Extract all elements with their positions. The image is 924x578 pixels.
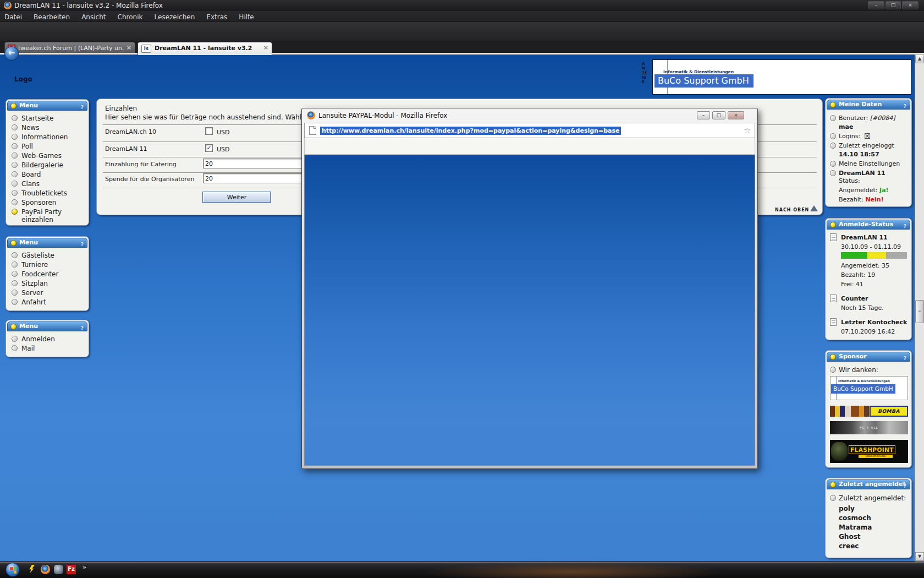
panel-header: Anmelde-Status ? [827, 220, 910, 230]
user-link[interactable]: cosmoch [839, 514, 871, 522]
soldier-image [831, 442, 848, 461]
meine-einstellungen-link[interactable]: Meine Einstellungen [839, 160, 900, 167]
menu-hilfe[interactable]: Hilfe [234, 12, 258, 21]
banner-line2: BuCo Support GmbH [831, 384, 895, 394]
status-label: Status: [839, 177, 860, 184]
sponsor-banner-pc4all[interactable]: PC 4 ALL [830, 421, 908, 434]
menu-ball-icon [10, 103, 16, 109]
event-label[interactable]: DreamLAN 11 [839, 170, 886, 177]
panel-title: Anmelde-Status [839, 221, 893, 228]
sponsor-banner-buco[interactable]: Informatik & Dienstleistungen BuCo Suppo… [830, 376, 908, 400]
menu-datei[interactable]: Datei [0, 12, 26, 21]
tab-close-icon[interactable]: × [263, 44, 268, 51]
sidebar-item-paypal[interactable]: PayPal Party einzahlen [6, 208, 89, 223]
benutzer-label[interactable]: Benutzer: [#0084] [839, 114, 895, 122]
help-icon[interactable]: ? [904, 102, 906, 111]
menu-ball-icon [10, 324, 16, 330]
tab-dreamlan[interactable]: ls DreamLAN 11 - lansuite v3.2 × [138, 42, 272, 55]
form-title: Einzahlen [105, 105, 137, 112]
tab-close-icon[interactable]: × [127, 44, 131, 51]
window-title: DreamLAN 11 - lansuite v3.2 - Mozilla Fi… [14, 2, 163, 9]
browser-title-bar[interactable]: DreamLAN 11 - lansuite v3.2 - Mozilla Fi… [0, 0, 924, 11]
benutzer-name[interactable]: mae [839, 123, 853, 130]
banner-text: FLASHPOINT [849, 445, 895, 454]
popup-location-bar[interactable]: http://www.dreamlan.ch/lansuite/index.ph… [304, 123, 755, 138]
menu-lesezeichen[interactable]: Lesezeichen [150, 12, 200, 21]
bullet-icon [830, 143, 836, 149]
zuletzt-eingeloggt-label[interactable]: Zuletzt eingeloggt [839, 142, 894, 149]
frei-count: Frei: 41 [841, 281, 864, 288]
popup-close-button[interactable]: × [728, 111, 744, 119]
close-button[interactable]: × [902, 1, 919, 9]
signup-progress-bar [841, 252, 907, 259]
list-icon [830, 233, 837, 241]
sponsor-banner-bomba[interactable]: BOMBA [830, 406, 908, 417]
progress-paid-segment [841, 252, 867, 259]
filezilla-quicklaunch-icon[interactable]: Fz [67, 565, 76, 574]
quicklaunch-overflow-chevron[interactable]: » [82, 564, 86, 571]
scrollbar-thumb[interactable]: ≡ [915, 300, 924, 323]
user-link[interactable]: poly [839, 505, 855, 512]
popup-maximize-button[interactable]: □ [712, 111, 725, 119]
scroll-up-button[interactable]: ▲ [915, 54, 924, 63]
back-to-top-link[interactable]: NACH OBEN [775, 208, 809, 212]
maximize-button[interactable]: □ [886, 1, 901, 9]
list-icon [830, 295, 837, 302]
weiter-button[interactable]: Weiter [202, 192, 271, 203]
page-scrollbar[interactable]: ▲ ≡ ▼ [915, 54, 924, 561]
logins-label[interactable]: Logins: [839, 133, 860, 140]
thanks-label: Wir danken: [839, 366, 878, 374]
paypal-popup-window[interactable]: Lansuite PAYPAL-Modul - Mozilla Firefox … [301, 108, 758, 469]
ad-banner[interactable]: Informatik & Dienstleistungen BuCo Suppo… [652, 59, 911, 95]
usd-checkbox-dreamlan11[interactable]: ✓ [205, 144, 213, 152]
panel-ball-icon [830, 354, 836, 360]
bookmark-star-icon[interactable]: ☆ [744, 126, 751, 135]
help-icon[interactable]: ? [904, 354, 906, 363]
progress-registered-segment [867, 252, 886, 259]
firefox-icon [4, 2, 12, 9]
minimize-button[interactable]: – [868, 1, 884, 9]
menu-extras[interactable]: Extras [202, 12, 232, 21]
user-link[interactable]: Matrama [839, 524, 872, 531]
row2-suffix: USD [217, 146, 230, 153]
popup-minimize-button[interactable]: – [697, 111, 710, 119]
menu-ansicht[interactable]: Ansicht [77, 12, 110, 21]
up-triangle-icon[interactable] [810, 205, 818, 211]
menu-chronik[interactable]: Chronik [113, 12, 147, 21]
browser-nav-bar: → ▾ ← ↻ × ⌂ ls ☆ ▾ ▾ ABP ▾ [0, 22, 924, 41]
site-logo[interactable]: Logo [14, 75, 32, 83]
tab-tweaker[interactable]: TWE AK tweaker.ch Forum | (LAN)-Party un… [4, 42, 135, 54]
event-name[interactable]: DreamLAN 11 [841, 234, 888, 241]
windows-flag-icon [10, 567, 16, 574]
firefox-quicklaunch-icon[interactable] [41, 565, 50, 574]
ad-line2: BuCo Support GmbH [654, 74, 754, 88]
sponsor-banner-flashpoint[interactable]: FLASHPOINT DRAGON RISING [830, 440, 908, 463]
ad-line1: Informatik & Dienstleistungen [663, 69, 734, 74]
user-link[interactable]: Ghost [839, 533, 861, 541]
popup-url-selected[interactable]: http://www.dreamlan.ch/lansuite/index.ph… [320, 127, 621, 135]
help-icon[interactable]: ? [904, 222, 906, 231]
panel-title: Zuletzt angemeldet [839, 481, 906, 488]
user-link[interactable]: creec [839, 542, 859, 550]
panel-header: Sponsor ? [827, 352, 910, 362]
help-icon[interactable]: ? [904, 482, 906, 490]
app-quicklaunch-icon[interactable] [54, 565, 63, 574]
event-dates: 30.10.09 - 01.11.09 [841, 243, 901, 250]
menu-bearbeiten[interactable]: Bearbeiten [29, 12, 74, 21]
back-button[interactable]: ← [4, 46, 19, 61]
kontocheck-label: Letzter Kontocheck [841, 319, 907, 326]
bullet-icon [830, 367, 836, 373]
meine-daten-panel: Meine Daten ? Benutzer: [#0084] mae Logi… [825, 98, 912, 207]
help-icon[interactable]: ? [81, 240, 84, 249]
usd-checkbox-dreamlan10[interactable] [205, 127, 213, 135]
panel-header: Zuletzt angemeldet ? [827, 479, 910, 489]
bullet-icon [830, 115, 836, 121]
help-icon[interactable]: ? [81, 103, 84, 112]
start-button[interactable] [6, 563, 20, 577]
scroll-down-button[interactable]: ▼ [915, 552, 924, 561]
panel-header: Meine Daten ? [827, 100, 910, 110]
logins-box-icon[interactable]: ☒ [864, 132, 871, 140]
bullet-icon [830, 170, 836, 176]
help-icon[interactable]: ? [81, 324, 84, 332]
banner-text: PC 4 ALL [860, 426, 878, 429]
